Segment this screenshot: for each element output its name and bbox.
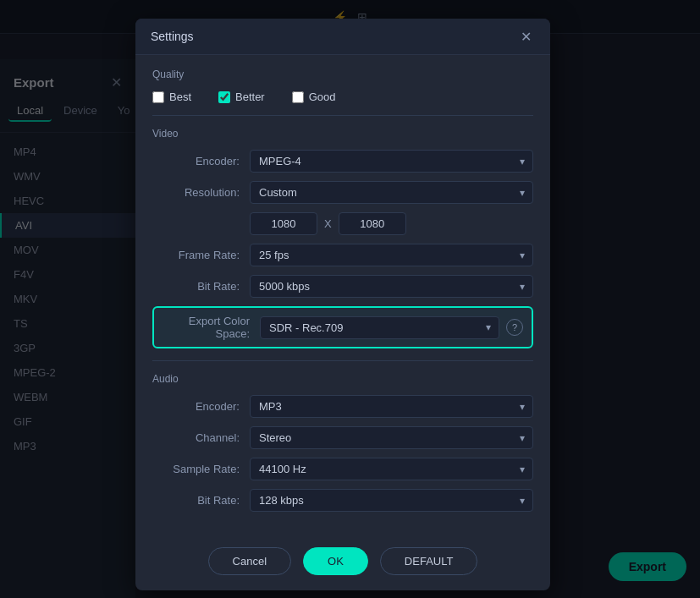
- quality-section-label: Quality: [152, 69, 533, 80]
- video-resolution-select-wrapper: Custom 1920x1080 1280x720: [250, 181, 533, 204]
- audio-section-label: Audio: [152, 373, 533, 385]
- resolution-width-input[interactable]: 1080: [250, 212, 317, 235]
- dialog-header: Settings ✕: [135, 19, 550, 55]
- video-encoder-select[interactable]: MPEG-4 H.264 H.265: [250, 150, 533, 173]
- resolution-dimensions-row: 1080 X 1080: [250, 212, 533, 235]
- video-resolution-label: Resolution:: [152, 186, 250, 199]
- video-framerate-select[interactable]: 25 fps 30 fps 60 fps: [250, 244, 533, 266]
- audio-encoder-label: Encoder:: [152, 400, 250, 413]
- audio-encoder-select[interactable]: MP3 AAC WAV: [250, 395, 533, 418]
- audio-divider: [152, 360, 533, 361]
- audio-channel-select-wrapper: Stereo Mono: [250, 426, 533, 449]
- audio-bitrate-select-wrapper: 128 kbps 192 kbps 256 kbps 320 kbps: [250, 489, 533, 512]
- colorspace-help-icon[interactable]: ?: [506, 319, 523, 336]
- dialog-footer: Cancel OK DEFAULT: [135, 537, 550, 590]
- quality-divider: [152, 115, 533, 116]
- audio-bitrate-select[interactable]: 128 kbps 192 kbps 256 kbps 320 kbps: [250, 489, 533, 512]
- video-encoder-select-wrapper: MPEG-4 H.264 H.265: [250, 150, 533, 173]
- audio-samplerate-select-wrapper: 44100 Hz 48000 Hz 22050 Hz: [250, 458, 533, 480]
- video-bitrate-select[interactable]: 5000 kbps 8000 kbps 10000 kbps: [250, 275, 533, 298]
- audio-channel-label: Channel:: [152, 431, 250, 444]
- video-framerate-select-wrapper: 25 fps 30 fps 60 fps: [250, 244, 533, 266]
- ok-button[interactable]: OK: [303, 547, 368, 575]
- resolution-height-input[interactable]: 1080: [339, 212, 406, 235]
- video-section-label: Video: [152, 128, 533, 140]
- audio-samplerate-row: Sample Rate: 44100 Hz 48000 Hz 22050 Hz: [152, 458, 533, 480]
- video-framerate-label: Frame Rate:: [152, 249, 250, 261]
- quality-best-checkbox[interactable]: [152, 91, 164, 103]
- video-resolution-row: Resolution: Custom 1920x1080 1280x720: [152, 181, 533, 204]
- quality-row: Best Better Good: [152, 91, 533, 103]
- video-resolution-select[interactable]: Custom 1920x1080 1280x720: [250, 181, 533, 204]
- export-colorspace-label: Export Color Space:: [163, 315, 260, 340]
- quality-better-label: Better: [235, 91, 265, 103]
- quality-good-option[interactable]: Good: [292, 91, 336, 103]
- video-framerate-row: Frame Rate: 25 fps 30 fps 60 fps: [152, 244, 533, 266]
- export-color-space-row: Export Color Space: SDR - Rec.709 HDR - …: [152, 306, 533, 348]
- default-button[interactable]: DEFAULT: [380, 547, 478, 575]
- quality-good-label: Good: [309, 91, 336, 103]
- quality-best-option[interactable]: Best: [152, 91, 191, 103]
- audio-encoder-row: Encoder: MP3 AAC WAV: [152, 395, 533, 418]
- video-encoder-row: Encoder: MPEG-4 H.264 H.265: [152, 150, 533, 173]
- video-bitrate-select-wrapper: 5000 kbps 8000 kbps 10000 kbps: [250, 275, 533, 298]
- audio-channel-row: Channel: Stereo Mono: [152, 426, 533, 449]
- audio-channel-select[interactable]: Stereo Mono: [250, 426, 533, 449]
- quality-good-checkbox[interactable]: [292, 91, 304, 103]
- audio-encoder-select-wrapper: MP3 AAC WAV: [250, 395, 533, 418]
- export-colorspace-select[interactable]: SDR - Rec.709 HDR - Rec.2020 SDR - sRGB: [260, 316, 499, 339]
- dialog-title: Settings: [151, 30, 194, 43]
- cancel-button[interactable]: Cancel: [208, 547, 291, 575]
- audio-samplerate-select[interactable]: 44100 Hz 48000 Hz 22050 Hz: [250, 458, 533, 480]
- dialog-body: Quality Best Better Good Video Encoder:: [135, 55, 550, 537]
- audio-samplerate-label: Sample Rate:: [152, 463, 250, 475]
- audio-bitrate-label: Bit Rate:: [152, 494, 250, 507]
- settings-dialog: Settings ✕ Quality Best Better Good Vide…: [135, 19, 550, 590]
- quality-better-option[interactable]: Better: [218, 91, 265, 103]
- video-encoder-label: Encoder:: [152, 155, 250, 167]
- video-bitrate-label: Bit Rate:: [152, 280, 250, 293]
- resolution-x-separator: X: [324, 217, 332, 230]
- video-bitrate-row: Bit Rate: 5000 kbps 8000 kbps 10000 kbps: [152, 275, 533, 298]
- audio-bitrate-row: Bit Rate: 128 kbps 192 kbps 256 kbps 320…: [152, 489, 533, 512]
- quality-best-label: Best: [169, 91, 191, 103]
- export-colorspace-select-wrapper: SDR - Rec.709 HDR - Rec.2020 SDR - sRGB: [260, 316, 499, 339]
- quality-better-checkbox[interactable]: [218, 91, 230, 103]
- dialog-close-button[interactable]: ✕: [516, 27, 535, 46]
